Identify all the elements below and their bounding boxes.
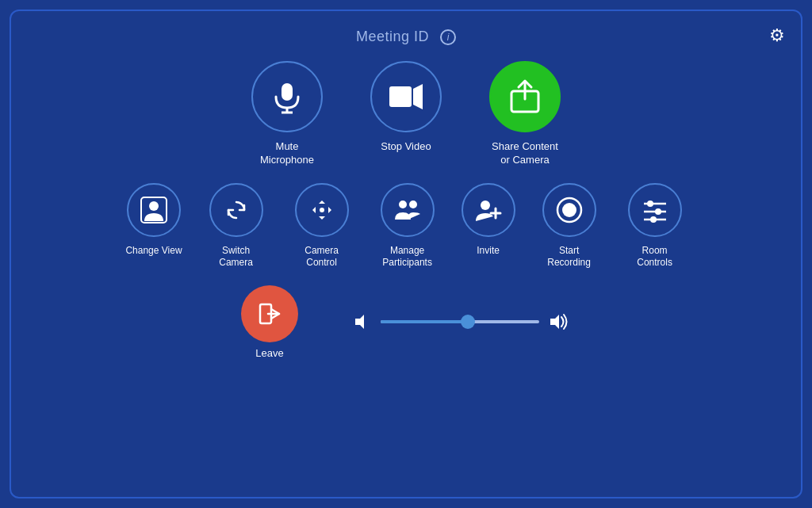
svg-point-25 — [650, 216, 657, 223]
svg-point-23 — [655, 208, 661, 215]
mute-microphone-circle[interactable] — [251, 61, 323, 132]
meeting-id-label: Meeting ID — [356, 29, 429, 45]
svg-marker-4 — [413, 84, 423, 109]
volume-slider-thumb[interactable] — [461, 315, 475, 329]
share-content-button[interactable]: Share Content or Camera — [489, 61, 561, 167]
main-container: ⚙ Meeting ID i Mute Microphone — [10, 10, 802, 498]
footer-row: Leave — [241, 285, 571, 359]
svg-rect-3 — [389, 86, 412, 107]
svg-marker-10 — [319, 201, 325, 204]
room-controls-button[interactable]: Room Controls — [623, 183, 687, 269]
bottom-buttons-row: Change View Switch Camera — [125, 183, 686, 269]
svg-marker-29 — [550, 315, 559, 329]
svg-rect-0 — [282, 83, 293, 101]
mute-microphone-label: Mute Microphone — [251, 140, 323, 167]
info-icon[interactable]: i — [440, 29, 456, 45]
volume-slider-fill — [381, 320, 468, 323]
share-content-label: Share Content or Camera — [489, 140, 561, 167]
start-recording-button[interactable]: Start Recording — [538, 183, 601, 269]
settings-icon[interactable]: ⚙ — [769, 25, 785, 46]
header: Meeting ID i — [356, 29, 456, 45]
camera-control-circle[interactable] — [295, 183, 349, 237]
svg-marker-8 — [312, 207, 316, 213]
switch-camera-button[interactable]: Switch Camera — [205, 183, 268, 269]
svg-point-12 — [320, 208, 324, 212]
invite-circle[interactable] — [462, 183, 515, 237]
start-recording-label: Start Recording — [538, 245, 601, 269]
volume-control — [354, 313, 571, 330]
svg-point-19 — [562, 203, 576, 217]
invite-button[interactable]: Invite — [462, 183, 515, 258]
camera-control-button[interactable]: Camera Control — [290, 183, 354, 269]
leave-label: Leave — [255, 347, 283, 359]
svg-point-6 — [149, 201, 159, 211]
start-recording-circle[interactable] — [542, 183, 596, 237]
svg-point-13 — [399, 201, 407, 208]
room-controls-label: Room Controls — [623, 245, 687, 269]
svg-point-21 — [647, 201, 653, 207]
invite-label: Invite — [477, 245, 500, 258]
svg-marker-11 — [319, 216, 325, 220]
camera-control-label: Camera Control — [290, 245, 354, 269]
leave-wrapper: Leave — [241, 285, 298, 359]
svg-point-15 — [481, 201, 490, 210]
svg-marker-9 — [328, 207, 331, 213]
svg-marker-28 — [355, 315, 364, 329]
leave-button[interactable] — [241, 285, 298, 342]
volume-high-icon — [549, 313, 571, 330]
manage-participants-label: Manage Participants — [376, 245, 439, 269]
room-controls-circle[interactable] — [628, 183, 682, 237]
top-buttons-row: Mute Microphone Stop Video Share Cont — [251, 61, 561, 167]
switch-camera-label: Switch Camera — [205, 245, 268, 269]
stop-video-label: Stop Video — [381, 140, 431, 154]
change-view-circle[interactable] — [127, 183, 181, 237]
stop-video-circle[interactable] — [370, 61, 442, 132]
switch-camera-circle[interactable] — [209, 183, 263, 237]
share-content-circle[interactable] — [489, 61, 561, 132]
mute-microphone-button[interactable]: Mute Microphone — [251, 61, 323, 167]
volume-slider-track[interactable] — [381, 320, 539, 323]
change-view-button[interactable]: Change View — [125, 183, 182, 258]
manage-participants-circle[interactable] — [381, 183, 435, 237]
change-view-label: Change View — [125, 245, 182, 258]
manage-participants-button[interactable]: Manage Participants — [376, 183, 439, 269]
svg-point-14 — [409, 201, 417, 208]
volume-low-icon — [354, 313, 371, 330]
stop-video-button[interactable]: Stop Video — [370, 61, 442, 154]
